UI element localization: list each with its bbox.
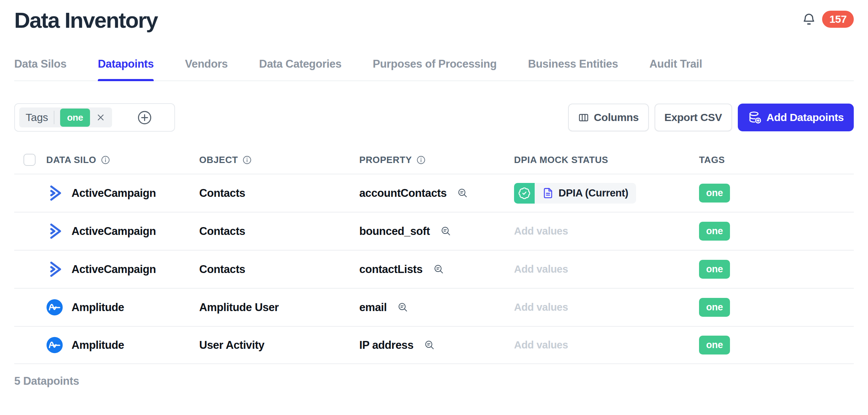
- table-header-row: DATA SILOOBJECTPROPERTYDPIA MOCK STATUST…: [14, 146, 854, 174]
- info-icon[interactable]: [416, 155, 426, 165]
- document-icon: [542, 188, 554, 199]
- tab-data-categories[interactable]: Data Categories: [259, 58, 342, 80]
- object-name: Amplitude User: [199, 301, 359, 314]
- datapoints-table: DATA SILOOBJECTPROPERTYDPIA MOCK STATUST…: [14, 146, 854, 398]
- object-name: Contacts: [199, 187, 359, 200]
- filter-bar[interactable]: Tags one: [14, 103, 175, 132]
- tag-pill[interactable]: one: [699, 260, 730, 279]
- dpia-document-area: DPIA (Current): [535, 183, 636, 204]
- columns-button-label: Columns: [594, 111, 639, 124]
- controls-row: Tags one Columns Export CSV: [14, 103, 854, 132]
- info-icon[interactable]: [101, 155, 110, 165]
- info-icon[interactable]: [242, 155, 252, 165]
- dpia-status-cell: DPIA (Current): [514, 183, 699, 204]
- dpia-status-cell: Add values: [514, 263, 699, 275]
- table-row[interactable]: ActiveCampaignContactscontactListsAdd va…: [14, 250, 854, 288]
- tab-datapoints[interactable]: Datapoints: [98, 58, 154, 80]
- magnifier-lines-icon[interactable]: [433, 264, 444, 275]
- magnifier-lines-icon[interactable]: [440, 226, 451, 237]
- tab-data-silos[interactable]: Data Silos: [14, 58, 67, 80]
- property-name: email: [359, 301, 387, 314]
- table-row[interactable]: AmplitudeUser ActivityIP addressAdd valu…: [14, 326, 854, 364]
- magnifier-lines-icon[interactable]: [397, 302, 408, 313]
- tags-cell: one: [699, 222, 854, 241]
- tag-pill[interactable]: one: [699, 336, 730, 354]
- tags-filter-group: Tags one: [19, 107, 112, 127]
- silo-cell: Amplitude: [46, 299, 199, 316]
- property-name: accountContacts: [359, 187, 446, 200]
- object-name: User Activity: [199, 339, 359, 352]
- property-name: bounced_soft: [359, 225, 430, 238]
- export-csv-button[interactable]: Export CSV: [655, 104, 732, 131]
- add-datapoints-button[interactable]: Add Datapoints: [738, 104, 854, 131]
- top-bar: Data Inventory 157: [14, 0, 854, 33]
- table-row[interactable]: ActiveCampaignContactsaccountContactsDPI…: [14, 174, 854, 212]
- property-cell: contactLists: [359, 263, 514, 276]
- activecampaign-logo: [46, 185, 63, 201]
- column-header-label: OBJECT: [199, 154, 238, 166]
- filter-label: Tags: [26, 111, 48, 124]
- tags-cell: one: [699, 184, 854, 203]
- tag-pill[interactable]: one: [699, 298, 730, 317]
- columns-button[interactable]: Columns: [568, 104, 649, 131]
- seal-check-icon: [518, 187, 531, 200]
- notification-count-badge: 157: [822, 11, 854, 28]
- silo-cell: Amplitude: [46, 337, 199, 353]
- add-values-placeholder[interactable]: Add values: [514, 225, 568, 237]
- database-add-icon: [748, 110, 762, 125]
- tab-business-entities[interactable]: Business Entities: [528, 58, 618, 80]
- table-row[interactable]: ActiveCampaignContactsbounced_softAdd va…: [14, 212, 854, 250]
- filter-divider: [54, 111, 54, 124]
- dpia-status-chip[interactable]: DPIA (Current): [514, 183, 636, 204]
- activecampaign-logo: [46, 223, 63, 240]
- tags-cell: one: [699, 298, 854, 317]
- column-header-data-silo: DATA SILO: [46, 154, 199, 166]
- silo-cell: ActiveCampaign: [46, 261, 199, 278]
- silo-name: ActiveCampaign: [72, 225, 156, 238]
- property-name: IP address: [359, 339, 413, 352]
- magnifier-lines-icon[interactable]: [457, 188, 468, 199]
- silo-cell: ActiveCampaign: [46, 185, 199, 201]
- select-all-cell: [14, 154, 46, 166]
- tab-bar: Data SilosDatapointsVendorsData Categori…: [14, 51, 854, 81]
- amplitude-logo: [46, 299, 63, 316]
- object-name: Contacts: [199, 225, 359, 238]
- data-inventory-page: Data Inventory 157 Data SilosDatapointsV…: [0, 0, 868, 398]
- column-header-label: DATA SILO: [46, 154, 96, 166]
- add-values-placeholder[interactable]: Add values: [514, 263, 568, 275]
- column-header-label: TAGS: [699, 154, 725, 166]
- property-cell: IP address: [359, 339, 514, 352]
- property-cell: accountContacts: [359, 187, 514, 200]
- table-row[interactable]: AmplitudeAmplitude UseremailAdd valueson…: [14, 288, 854, 326]
- tags-cell: one: [699, 336, 854, 354]
- dpia-status-cell: Add values: [514, 339, 699, 351]
- table-body: ActiveCampaignContactsaccountContactsDPI…: [14, 174, 854, 364]
- tab-audit-trail[interactable]: Audit Trail: [649, 58, 702, 80]
- select-all-checkbox[interactable]: [23, 154, 36, 166]
- silo-name: Amplitude: [72, 301, 124, 314]
- tag-pill[interactable]: one: [699, 184, 730, 203]
- tab-vendors[interactable]: Vendors: [185, 58, 228, 80]
- column-header-dpia-mock-status: DPIA MOCK STATUS: [514, 154, 699, 166]
- close-icon[interactable]: [96, 112, 106, 122]
- add-values-placeholder[interactable]: Add values: [514, 339, 568, 351]
- datapoint-count: 5 Datapoints: [14, 364, 854, 398]
- column-header-tags: TAGS: [699, 154, 854, 166]
- dpia-verified-badge: [514, 183, 535, 204]
- add-filter-icon[interactable]: [137, 110, 152, 125]
- magnifier-lines-icon[interactable]: [424, 340, 435, 351]
- tag-pill[interactable]: one: [699, 222, 730, 241]
- filter-tag-chip[interactable]: one: [60, 109, 90, 127]
- bell-icon[interactable]: [801, 12, 816, 27]
- add-values-placeholder[interactable]: Add values: [514, 301, 568, 313]
- silo-name: Amplitude: [72, 339, 124, 352]
- column-header-object: OBJECT: [199, 154, 359, 166]
- column-header-label: DPIA MOCK STATUS: [514, 154, 608, 166]
- tab-purposes-of-processing[interactable]: Purposes of Processing: [373, 58, 497, 80]
- amplitude-logo: [46, 337, 63, 353]
- silo-name: ActiveCampaign: [72, 187, 156, 200]
- column-header-label: PROPERTY: [359, 154, 412, 166]
- tags-cell: one: [699, 260, 854, 279]
- property-cell: bounced_soft: [359, 225, 514, 238]
- column-header-property: PROPERTY: [359, 154, 514, 166]
